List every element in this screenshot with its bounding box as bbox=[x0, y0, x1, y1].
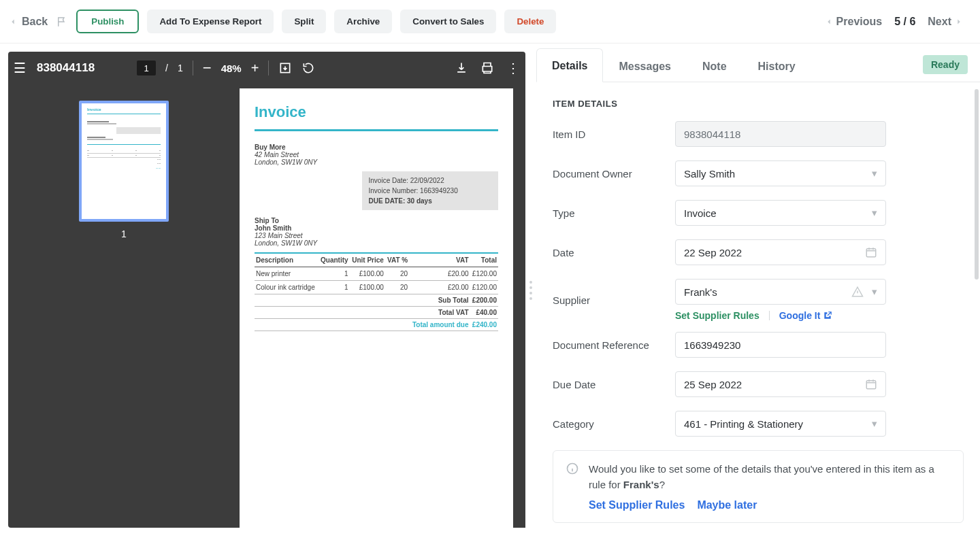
doc-ref-field[interactable]: 1663949230 bbox=[675, 332, 886, 358]
flag-icon[interactable] bbox=[56, 16, 68, 28]
col-vat-pct: VAT % bbox=[385, 253, 409, 267]
bill-to-name: Buy More bbox=[255, 143, 498, 151]
info-text: Would you like to set some of the detail… bbox=[589, 462, 951, 492]
svg-rect-2 bbox=[866, 381, 876, 389]
document-id: 838044118 bbox=[37, 61, 95, 75]
invoice-line-table: Description Quantity Unit Price VAT % VA… bbox=[255, 252, 498, 331]
split-button[interactable]: Split bbox=[282, 10, 326, 33]
calendar-icon bbox=[865, 378, 877, 390]
invoice-title: Invoice bbox=[255, 103, 498, 121]
page-total: 1 bbox=[178, 63, 183, 73]
bill-to-addr1: 42 Main Street bbox=[255, 151, 498, 158]
add-to-expense-button[interactable]: Add To Expense Report bbox=[147, 10, 274, 33]
next-label: Next bbox=[928, 16, 951, 28]
date-label: Date bbox=[553, 247, 675, 258]
publish-button[interactable]: Publish bbox=[76, 10, 139, 33]
col-unit-price: Unit Price bbox=[350, 253, 385, 267]
due-date-label: Due Date bbox=[553, 379, 675, 390]
pdf-page: Invoice Buy More 42 Main Street London, … bbox=[240, 88, 513, 528]
col-vat: VAT bbox=[409, 253, 470, 267]
google-it-link[interactable]: Google It bbox=[779, 310, 833, 321]
invoice-meta-box: Invoice Date: 22/09/2022 Invoice Number:… bbox=[362, 171, 498, 210]
ship-to-label: Ship To bbox=[255, 217, 498, 224]
back-button[interactable]: Back bbox=[8, 16, 48, 28]
section-title: ITEM DETAILS bbox=[553, 99, 964, 109]
ship-to-addr2: London, SW1W 0NY bbox=[255, 239, 498, 247]
pdf-toolbar: ☰ 838044118 / 1 − 48% + bbox=[8, 52, 525, 84]
set-supplier-rules-link[interactable]: Set Supplier Rules bbox=[675, 310, 760, 321]
chevron-down-icon: ▾ bbox=[872, 167, 877, 180]
tab-history[interactable]: History bbox=[742, 49, 811, 82]
ship-to-name: John Smith bbox=[255, 224, 498, 232]
supplier-select[interactable]: Frank's ▾ bbox=[675, 279, 886, 305]
supplier-rule-prompt: Would you like to set some of the detail… bbox=[553, 450, 964, 523]
back-label: Back bbox=[22, 16, 48, 28]
col-total: Total bbox=[470, 253, 498, 267]
fit-page-icon[interactable] bbox=[278, 61, 292, 75]
top-toolbar: Back Publish Add To Expense Report Split… bbox=[0, 0, 980, 44]
item-id-field: 9838044118 bbox=[675, 121, 886, 147]
next-button[interactable]: Next bbox=[928, 16, 964, 28]
supplier-label: Supplier bbox=[553, 294, 675, 306]
invoice-date: Invoice Date: 22/09/2022 bbox=[369, 175, 491, 186]
print-icon[interactable] bbox=[480, 61, 494, 75]
col-description: Description bbox=[255, 253, 318, 267]
zoom-in-icon[interactable]: + bbox=[251, 61, 259, 76]
page-thumbnail[interactable]: Invoice --------- --------- -- -- bbox=[79, 101, 169, 222]
page-counter: 5 / 6 bbox=[894, 16, 915, 28]
owner-label: Document Owner bbox=[553, 168, 675, 180]
tabs: Details Messages Note History Ready bbox=[536, 48, 980, 82]
warning-icon bbox=[851, 286, 864, 298]
page-separator: / bbox=[165, 63, 168, 73]
info-set-rules-link[interactable]: Set Supplier Rules bbox=[589, 499, 685, 511]
scrollbar[interactable] bbox=[975, 89, 979, 280]
pdf-viewer: ☰ 838044118 / 1 − 48% + bbox=[8, 52, 525, 528]
previous-label: Previous bbox=[836, 16, 883, 28]
thumbnail-number: 1 bbox=[121, 228, 127, 239]
resize-handle[interactable] bbox=[525, 44, 536, 537]
zoom-out-icon[interactable]: − bbox=[203, 59, 212, 77]
thumbnail-panel: Invoice --------- --------- -- -- bbox=[8, 84, 240, 528]
more-icon[interactable]: ⋮ bbox=[506, 60, 520, 76]
tab-note[interactable]: Note bbox=[687, 49, 742, 82]
status-badge: Ready bbox=[923, 55, 968, 74]
calendar-icon bbox=[865, 246, 877, 258]
external-link-icon bbox=[823, 311, 832, 320]
info-icon bbox=[566, 462, 579, 511]
rotate-icon[interactable] bbox=[301, 61, 315, 75]
chevron-down-icon: ▾ bbox=[872, 286, 877, 298]
details-panel: Details Messages Note History Ready ITEM… bbox=[536, 44, 980, 537]
archive-button[interactable]: Archive bbox=[334, 10, 392, 33]
category-select[interactable]: 461 - Printing & Stationery▾ bbox=[675, 411, 886, 437]
col-quantity: Quantity bbox=[318, 253, 350, 267]
page-number-input[interactable] bbox=[137, 61, 156, 75]
delete-button[interactable]: Delete bbox=[504, 10, 556, 33]
download-icon[interactable] bbox=[455, 61, 468, 75]
chevron-right-icon bbox=[954, 17, 964, 27]
type-select[interactable]: Invoice▾ bbox=[675, 200, 886, 226]
convert-to-sales-button[interactable]: Convert to Sales bbox=[400, 10, 496, 33]
date-field[interactable]: 22 Sep 2022 bbox=[675, 239, 886, 265]
due-date-field[interactable]: 25 Sep 2022 bbox=[675, 371, 886, 397]
info-maybe-later-link[interactable]: Maybe later bbox=[697, 499, 757, 511]
invoice-number: Invoice Number: 1663949230 bbox=[369, 186, 491, 196]
type-label: Type bbox=[553, 207, 675, 219]
category-label: Category bbox=[553, 418, 675, 430]
owner-select[interactable]: Sally Smith▾ bbox=[675, 160, 886, 186]
hamburger-icon[interactable]: ☰ bbox=[14, 60, 26, 76]
bill-to-addr2: London, SW1W 0NY bbox=[255, 158, 498, 166]
item-id-label: Item ID bbox=[553, 129, 675, 140]
zoom-level: 48% bbox=[221, 63, 242, 74]
previous-button[interactable]: Previous bbox=[824, 16, 883, 28]
chevron-down-icon: ▾ bbox=[872, 418, 877, 430]
tab-messages[interactable]: Messages bbox=[603, 49, 687, 82]
doc-ref-label: Document Reference bbox=[553, 339, 675, 351]
chevron-down-icon: ▾ bbox=[872, 207, 877, 219]
svg-rect-1 bbox=[866, 249, 876, 257]
table-row: Colour ink cartridge1£100.0020£20.00£120… bbox=[255, 281, 498, 294]
tab-details[interactable]: Details bbox=[536, 48, 603, 82]
chevron-left-icon bbox=[8, 17, 18, 27]
ship-to-addr1: 123 Main Street bbox=[255, 232, 498, 239]
invoice-due-date: DUE DATE: 30 days bbox=[369, 196, 491, 206]
table-row: New printer1£100.0020£20.00£120.00 bbox=[255, 267, 498, 281]
